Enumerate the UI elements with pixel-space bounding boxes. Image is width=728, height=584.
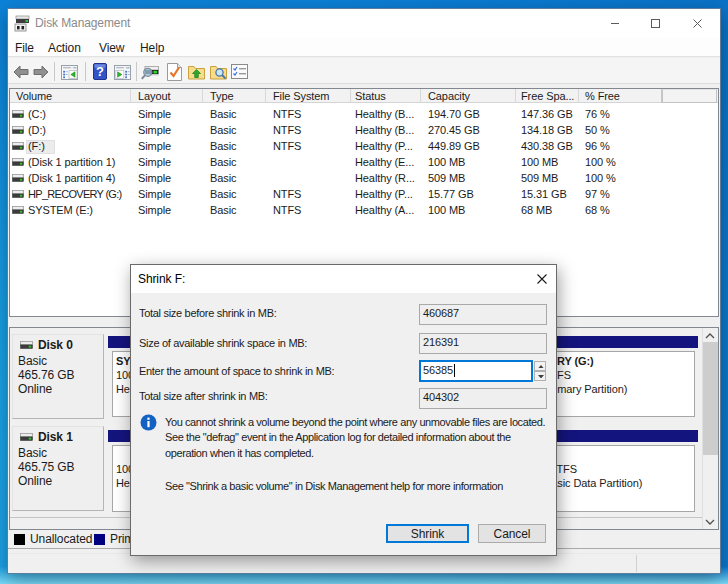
svg-text:?: ? <box>96 64 104 79</box>
